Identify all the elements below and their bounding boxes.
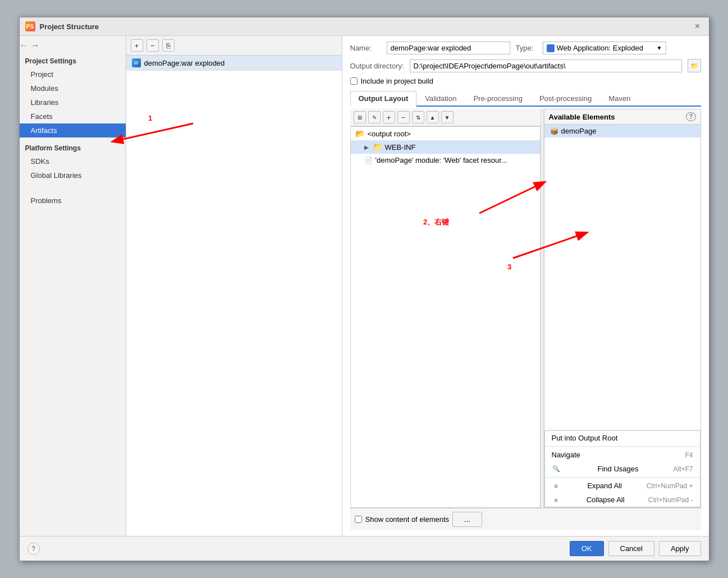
ctx-navigate[interactable]: Navigate F4 (545, 448, 700, 462)
sidebar-item-problems[interactable]: Problems (20, 194, 126, 208)
demopage-icon: 📦 (550, 127, 558, 135)
project-settings-title: Project Settings (20, 53, 126, 67)
output-tree: 📂 <output root> ▶ 📁 WEB-INF 📄 (350, 126, 541, 508)
bottom-bar: Show content of elements ... (350, 508, 701, 530)
ctx-label-find: Find Usages (598, 465, 639, 473)
cancel-button[interactable]: Cancel (608, 541, 654, 556)
tab-output-layout[interactable]: Output Layout (350, 91, 417, 107)
include-build-checkbox[interactable] (350, 77, 358, 85)
expand-arrow: ▶ (364, 144, 369, 150)
more-options-button[interactable]: ... (452, 512, 482, 527)
tree-webinf-label: WEB-INF (385, 143, 416, 152)
root-folder-icon: 📂 (355, 129, 365, 138)
output-area: ⊞ ✎ + − ⇅ ▲ ▼ 📂 <out (350, 109, 701, 508)
help-button[interactable]: ? (28, 543, 40, 555)
webinf-folder-icon: 📁 (373, 143, 382, 152)
artifact-toolbar: + − ⎘ (126, 36, 342, 56)
back-button[interactable]: ← (20, 40, 29, 51)
tree-edit-btn[interactable]: ✎ (368, 111, 381, 123)
available-item-label: demoPage (561, 127, 597, 135)
available-item-demopage[interactable]: 📦 demoPage (544, 125, 700, 137)
available-items-list: 📦 demoPage (544, 125, 700, 430)
ctx-shortcut-navigate: F4 (685, 451, 693, 459)
project-structure-dialog: PS Project Structure × ← → Project Setti… (19, 17, 709, 561)
tabs-bar: Output Layout Validation Pre-processing … (350, 91, 701, 107)
sidebar-item-facets[interactable]: Facets (20, 109, 126, 123)
ok-button[interactable]: OK (570, 541, 604, 556)
available-header: Available Elements ? (544, 109, 700, 125)
ctx-collapse-all[interactable]: ≡ Collapse All Ctrl+NumPad - (545, 493, 700, 507)
output-dir-row: Output directory: 📁 (350, 59, 701, 72)
type-icon (547, 44, 555, 52)
platform-settings-title: Platform Settings (20, 137, 126, 154)
collapse-all-icon: ≡ (552, 497, 561, 503)
ctx-shortcut-collapse: Ctrl+NumPad - (648, 496, 693, 504)
tree-item-root[interactable]: 📂 <output root> (351, 127, 540, 140)
tree-add-btn[interactable]: + (383, 111, 395, 123)
tree-up-btn[interactable]: ▲ (427, 111, 439, 123)
available-elements-panel: Available Elements ? 📦 demoPage (544, 109, 701, 508)
name-type-row: Name: Type: Web Application: Exploded ▼ (350, 42, 701, 54)
sidebar-item-modules[interactable]: Modules (20, 81, 126, 95)
type-value: Web Application: Exploded (557, 44, 643, 52)
tree-item-facet[interactable]: 📄 'demoPage' module: 'Web' facet resour.… (351, 154, 540, 167)
ctx-separator-2 (545, 477, 700, 478)
ctx-label-collapse: Collapse All (587, 496, 625, 504)
ctx-put-into-output-root[interactable]: Put into Output Root (545, 431, 700, 445)
add-artifact-button[interactable]: + (131, 39, 143, 52)
artifact-name: demoPage:war exploded (144, 59, 225, 67)
tree-root-label: <output root> (368, 130, 411, 138)
sidebar-item-global-libraries[interactable]: Global Libraries (20, 168, 126, 182)
available-help-icon[interactable]: ? (686, 112, 695, 121)
sidebar-item-project[interactable]: Project (20, 67, 126, 81)
close-button[interactable]: × (692, 21, 703, 32)
facet-file-icon: 📄 (364, 157, 373, 164)
artifact-list: W demoPage:war exploded (126, 56, 342, 536)
tree-facet-label: 'demoPage' module: 'Web' facet resour... (376, 156, 507, 164)
config-panel: Name: Type: Web Application: Exploded ▼ … (342, 36, 709, 536)
sidebar-item-sdks[interactable]: SDKs (20, 154, 126, 168)
artifact-icon: W (132, 58, 141, 67)
forward-button[interactable]: → (31, 40, 40, 51)
ctx-label-expand: Expand All (587, 481, 621, 490)
apply-button[interactable]: Apply (659, 541, 701, 556)
context-menu: Put into Output Root Navigate F4 🔍 (544, 430, 700, 507)
artifact-item[interactable]: W demoPage:war exploded (126, 56, 342, 71)
output-dir-label: Output directory: (350, 62, 404, 70)
remove-artifact-button[interactable]: − (146, 39, 159, 52)
expand-all-icon: ≡ (552, 483, 561, 489)
include-build-row: Include in project build (350, 77, 701, 85)
sidebar-item-artifacts[interactable]: Artifacts (20, 123, 126, 137)
ctx-label-put: Put into Output Root (552, 434, 618, 442)
type-select[interactable]: Web Application: Exploded ▼ (543, 42, 666, 54)
name-input[interactable] (387, 42, 510, 54)
dialog-title: Project Structure (40, 22, 99, 31)
tree-layout-btn[interactable]: ⊞ (354, 111, 366, 123)
ctx-find-usages[interactable]: 🔍 Find Usages Alt+F7 (545, 462, 700, 476)
sidebar: ← → Project Settings Project Modules Lib… (20, 36, 126, 536)
output-dir-input[interactable] (410, 59, 682, 72)
show-content-label: Show content of elements (365, 515, 450, 524)
show-content-checkbox[interactable] (355, 516, 362, 523)
tab-postprocessing[interactable]: Post-processing (531, 91, 600, 107)
artifact-list-panel: + − ⎘ W demoPage:war exploded (126, 36, 342, 536)
type-dropdown-icon: ▼ (657, 45, 662, 51)
sidebar-item-libraries[interactable]: Libraries (20, 95, 126, 109)
ctx-separator-1 (545, 446, 700, 447)
browse-dir-button[interactable]: 📁 (688, 59, 701, 72)
copy-artifact-button[interactable]: ⎘ (162, 39, 175, 52)
type-label: Type: (516, 44, 537, 52)
tab-maven[interactable]: Maven (600, 91, 639, 107)
tree-toolbar: ⊞ ✎ + − ⇅ ▲ ▼ (350, 109, 541, 126)
tree-down-btn[interactable]: ▼ (441, 111, 454, 123)
tree-sort-btn[interactable]: ⇅ (412, 111, 424, 123)
tree-item-webinf[interactable]: ▶ 📁 WEB-INF (351, 140, 540, 154)
tree-remove-btn[interactable]: − (397, 111, 410, 123)
ctx-shortcut-expand: Ctrl+NumPad + (647, 482, 693, 490)
tab-preprocessing[interactable]: Pre-processing (465, 91, 530, 107)
include-build-label: Include in project build (361, 77, 433, 85)
tab-validation[interactable]: Validation (416, 91, 465, 107)
title-bar: PS Project Structure × (20, 17, 709, 36)
footer: ? OK Cancel Apply (20, 536, 709, 561)
ctx-expand-all[interactable]: ≡ Expand All Ctrl+NumPad + (545, 479, 700, 493)
